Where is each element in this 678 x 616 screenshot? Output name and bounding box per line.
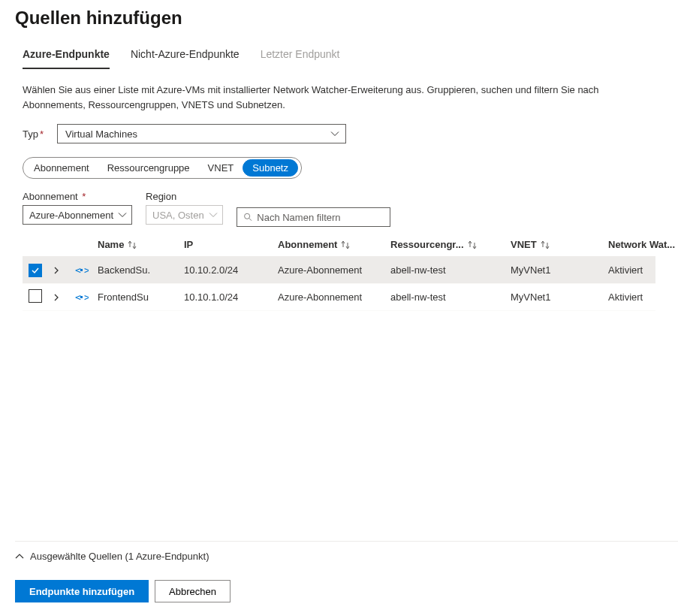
svg-text:<: < [75,292,81,303]
col-rg[interactable]: Ressourcengr... [390,239,511,250]
sort-icon [467,240,478,250]
type-dropdown[interactable]: Virtual Machines [57,124,346,143]
col-abonnement[interactable]: Abonnement [278,239,390,250]
row-name[interactable]: FrontendSu [98,291,184,303]
cancel-button[interactable]: Abbrechen [155,580,231,602]
col-vnet[interactable]: VNET [511,239,608,250]
table-header: Name IP Abonnement Ressourcengr... VNET … [23,233,655,257]
subnet-icon: < > [75,292,98,303]
expand-chevron[interactable] [53,267,75,274]
selected-summary[interactable]: Ausgewählte Quellen (1 Azure-Endpunkt) [15,541,678,565]
row-abonnement: Azure-Abonnement [278,264,390,276]
row-nw-status[interactable]: Aktiviert [608,291,678,303]
chevron-down-icon [209,210,218,219]
row-ip: 10.10.1.0/24 [184,291,278,303]
row-checkbox[interactable] [29,289,42,303]
col-ip[interactable]: IP [184,239,278,250]
region-filter-value: USA, Osten [152,210,204,221]
region-filter-dropdown: USA, Osten [146,205,223,225]
tab-azure-endpoints[interactable]: Azure-Endpunkte [23,42,110,69]
chevron-right-icon [53,267,60,274]
pill-vnet[interactable]: VNET [199,160,243,176]
subnet-icon: < > [75,265,98,276]
search-input[interactable] [257,212,383,223]
pill-abonnement[interactable]: Abonnement [25,160,98,176]
tab-non-azure-endpoints[interactable]: Nicht-Azure-Endpunkte [131,42,240,69]
row-checkbox[interactable] [29,264,42,277]
add-endpoints-button[interactable]: Endpunkte hinzufügen [15,580,149,602]
col-nw[interactable]: Network Wat... [608,239,678,250]
svg-rect-6 [80,296,83,298]
row-nw-status[interactable]: Aktiviert [608,264,678,276]
sort-icon [340,240,351,250]
row-abonnement: Azure-Abonnement [278,291,390,303]
row-rg: abell-nw-test [390,291,511,303]
row-ip: 10.10.2.0/24 [184,264,278,276]
pill-subnetz[interactable]: Subnetz [243,159,298,177]
group-by-pills: Abonnement Ressourcengruppe VNET Subnetz [23,157,302,179]
pill-ressourcengruppe[interactable]: Ressourcengruppe [98,160,199,176]
search-box[interactable] [237,207,390,227]
row-vnet: MyVNet1 [511,264,608,276]
sort-icon [540,240,550,250]
row-name[interactable]: BackendSu. [98,264,184,276]
type-label: Typ* [23,128,44,140]
check-icon [31,266,40,275]
svg-text:>: > [84,292,89,303]
row-vnet: MyVNet1 [511,291,608,303]
chevron-down-icon [118,210,127,219]
search-icon [243,212,253,222]
chevron-right-icon [53,294,60,301]
svg-rect-3 [80,269,83,271]
chevron-up-icon [15,552,24,561]
table-row[interactable]: < > FrontendSu 10.10.1.0/24 Azure-Abonne… [23,284,655,311]
svg-text:>: > [84,265,89,276]
abonnement-filter-dropdown[interactable]: Azure-Abonnement [23,205,132,225]
expand-chevron[interactable] [53,294,75,301]
chevron-down-icon [330,129,339,138]
svg-line-1 [249,219,252,221]
region-filter-label: Region [146,191,223,202]
description-text: Wählen Sie aus einer Liste mit Azure-VMs… [23,83,608,112]
selected-summary-text: Ausgewählte Quellen (1 Azure-Endpunkt) [30,551,209,562]
endpoints-table: Name IP Abonnement Ressourcengr... VNET … [23,233,655,311]
type-dropdown-value: Virtual Machines [65,128,137,140]
panel-title: Quellen hinzufügen [15,8,663,29]
sort-icon [127,240,137,250]
table-row[interactable]: < > BackendSu. 10.10.2.0/24 Azure-Abonne… [23,257,655,284]
tabs: Azure-Endpunkte Nicht-Azure-Endpunkte Le… [23,42,655,69]
tab-last-endpoint: Letzter Endpunkt [261,42,340,69]
row-rg: abell-nw-test [390,264,511,276]
abonnement-filter-label: Abonnement * [23,191,132,202]
col-name[interactable]: Name [98,239,184,250]
abonnement-filter-value: Azure-Abonnement [29,210,113,221]
svg-text:<: < [75,265,81,276]
svg-point-0 [244,213,249,219]
